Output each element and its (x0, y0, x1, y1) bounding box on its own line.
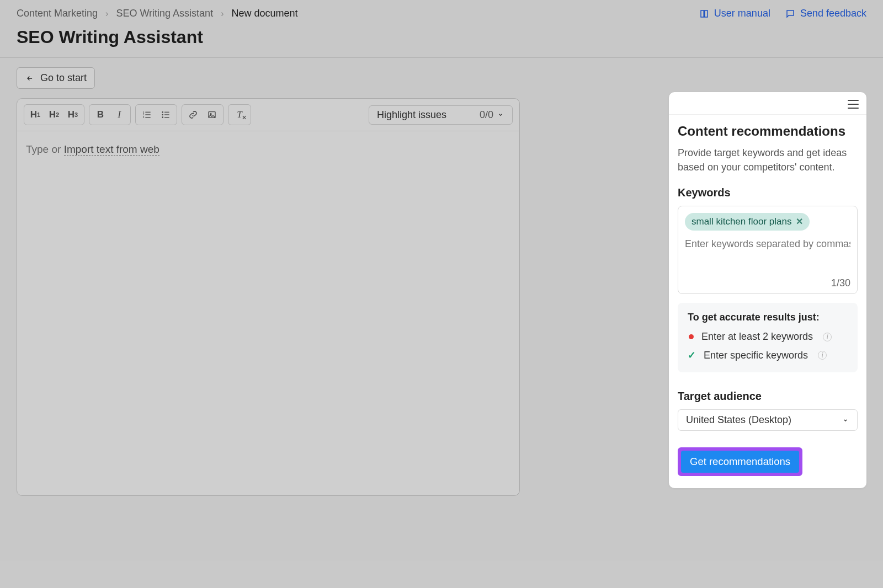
highlight-issues-label: Highlight issues (377, 109, 446, 121)
image-button[interactable] (204, 107, 220, 122)
tips-title: To get accurate results just: (688, 312, 848, 323)
keyword-chip-text: small kitchen floor plans (691, 216, 791, 227)
send-feedback-label: Send feedback (800, 8, 866, 19)
heading2-button[interactable]: H2 (46, 107, 62, 122)
user-manual-link[interactable]: User manual (699, 8, 770, 19)
user-manual-label: User manual (714, 8, 770, 19)
svg-rect-0 (145, 112, 150, 113)
ordered-list-button[interactable]: 123 (139, 107, 155, 122)
italic-button[interactable]: I (111, 107, 127, 122)
svg-point-6 (162, 111, 163, 113)
chevron-right-icon: › (221, 9, 224, 19)
chevron-down-icon (497, 112, 504, 117)
highlight-issues-dropdown[interactable]: Highlight issues 0/0 (369, 105, 513, 125)
svg-rect-1 (145, 114, 150, 115)
breadcrumb-level2[interactable]: SEO Writing Assistant (116, 8, 213, 19)
svg-point-13 (210, 114, 211, 115)
comment-icon (785, 9, 796, 19)
clear-formatting-button[interactable]: T✕ (232, 107, 247, 122)
editor-card: H1 H2 H3 B I 123 (17, 98, 520, 496)
audience-label: Target audience (678, 390, 858, 403)
page-title: SEO Writing Assistant (17, 27, 866, 47)
panel-title: Content recommendations (678, 124, 858, 139)
menu-icon[interactable] (848, 100, 859, 109)
editor-body[interactable]: Type or Import text from web (17, 131, 519, 495)
svg-rect-7 (164, 112, 169, 113)
breadcrumb-level1[interactable]: Content Marketing (17, 8, 98, 19)
heading3-button[interactable]: H3 (65, 107, 81, 122)
check-icon: ✓ (688, 349, 696, 361)
chevron-right-icon: › (105, 9, 108, 19)
keywords-input[interactable] (685, 238, 850, 250)
breadcrumb-current: New document (231, 8, 297, 19)
go-to-start-button[interactable]: Go to start (17, 67, 95, 89)
recommendations-panel: Content recommendations Provide target k… (669, 92, 866, 488)
keywords-label: Keywords (678, 186, 858, 199)
highlight-issues-count: 0/0 (480, 109, 493, 121)
svg-point-10 (162, 116, 163, 118)
svg-rect-11 (164, 117, 169, 117)
panel-description: Provide target keywords and get ideas ba… (678, 146, 858, 174)
info-icon[interactable]: i (823, 333, 832, 341)
keyword-chip: small kitchen floor plans ✕ (685, 213, 810, 231)
bold-button[interactable]: B (93, 107, 108, 122)
keywords-input-box[interactable]: small kitchen floor plans ✕ 1/30 (678, 206, 858, 294)
svg-point-8 (162, 114, 163, 116)
tip-row: ✓ Enter specific keywords i (688, 349, 848, 361)
keywords-count: 1/30 (831, 277, 850, 289)
chevron-down-icon (842, 418, 849, 423)
audience-value: United States (Desktop) (686, 414, 791, 426)
dot-red-icon (689, 334, 694, 339)
book-icon (699, 9, 710, 19)
arrow-left-icon (25, 74, 35, 82)
svg-text:3: 3 (143, 116, 145, 119)
go-to-start-label: Go to start (40, 72, 87, 84)
link-button[interactable] (185, 107, 201, 122)
send-feedback-link[interactable]: Send feedback (785, 8, 866, 19)
editor-placeholder: Type or Import text from web (26, 143, 510, 156)
import-text-link[interactable]: Import text from web (64, 143, 159, 156)
close-icon[interactable]: ✕ (796, 217, 803, 226)
unordered-list-button[interactable] (158, 107, 173, 122)
tips-box: To get accurate results just: Enter at l… (678, 303, 858, 372)
heading1-button[interactable]: H1 (28, 107, 43, 122)
tip-text: Enter at least 2 keywords (701, 331, 813, 343)
svg-rect-9 (164, 114, 169, 115)
tip-text: Enter specific keywords (704, 350, 808, 361)
svg-rect-2 (145, 117, 150, 117)
info-icon[interactable]: i (818, 351, 827, 360)
editor-toolbar: H1 H2 H3 B I 123 (17, 99, 519, 131)
get-recommendations-highlight: Get recommendations (678, 447, 802, 476)
tip-row: Enter at least 2 keywords i (688, 331, 848, 343)
audience-select[interactable]: United States (Desktop) (678, 409, 858, 431)
get-recommendations-button[interactable]: Get recommendations (681, 451, 799, 473)
